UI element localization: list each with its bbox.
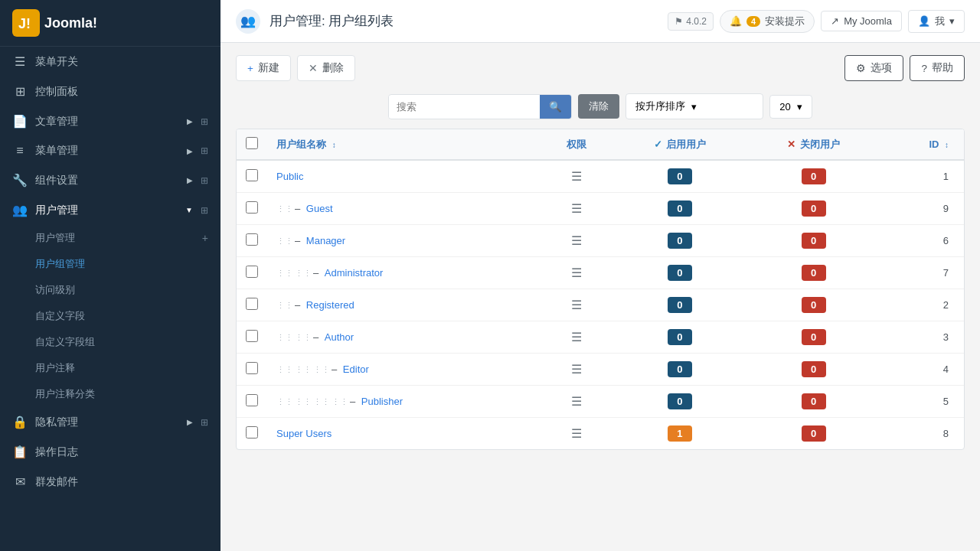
disabled-count-badge[interactable]: 0 xyxy=(802,168,826,184)
users-icon: 👥 xyxy=(12,203,28,217)
sidebar-item-menus[interactable]: ≡ 菜单管理 ▶ ⊞ xyxy=(0,136,220,165)
version-icon: ⚑ xyxy=(675,16,683,27)
permissions-icon[interactable]: ☰ xyxy=(571,363,582,376)
sidebar-item-users[interactable]: 👥 用户管理 ▼ ⊞ xyxy=(0,195,220,225)
enabled-count-badge[interactable]: 0 xyxy=(668,361,692,377)
sidebar-item-menu-toggle[interactable]: ☰ 菜单开关 xyxy=(0,47,220,77)
clear-button[interactable]: 清除 xyxy=(578,94,619,119)
disabled-count-badge[interactable]: 0 xyxy=(802,361,826,377)
sidebar-item-action-log[interactable]: 📋 操作日志 xyxy=(0,437,220,467)
disabled-count-badge[interactable]: 0 xyxy=(802,201,826,217)
sort-select[interactable]: 按升序排序 ▾ xyxy=(626,93,763,119)
options-button[interactable]: ⚙ 选项 xyxy=(844,55,903,81)
enabled-count-badge[interactable]: 0 xyxy=(668,168,692,184)
row-checkbox[interactable] xyxy=(246,233,258,246)
row-checkbox[interactable] xyxy=(246,169,258,181)
row-checkbox[interactable] xyxy=(246,330,258,342)
plus-icon: + xyxy=(247,63,253,74)
help-button[interactable]: ? 帮助 xyxy=(910,55,965,81)
sidebar-item-dashboard[interactable]: ⊞ 控制面板 xyxy=(0,77,220,106)
drag-handle-icon: ⋮⋮ xyxy=(276,204,293,214)
row-name-cell: ⋮⋮⋮⋮⋮⋮– Editor xyxy=(267,354,541,386)
row-checkbox[interactable] xyxy=(246,362,258,374)
per-page-select[interactable]: 20 ▾ xyxy=(769,95,812,119)
group-name-link[interactable]: Editor xyxy=(343,364,369,375)
disabled-count-badge[interactable]: 0 xyxy=(802,297,826,313)
sidebar-item-articles[interactable]: 📄 文章管理 ▶ ⊞ xyxy=(0,106,220,136)
permissions-icon[interactable]: ☰ xyxy=(571,266,582,279)
group-name-link[interactable]: Registered xyxy=(306,299,354,311)
disabled-count-badge[interactable]: 0 xyxy=(802,233,826,249)
disabled-count-badge[interactable]: 0 xyxy=(802,393,826,409)
th-name[interactable]: 用户组名称 ↕ xyxy=(267,129,541,160)
row-checkbox[interactable] xyxy=(246,426,258,439)
sidebar-item-custom-fields[interactable]: 自定义字段 xyxy=(0,303,220,329)
th-disabled-label: 关闭用户 xyxy=(800,139,840,150)
disabled-count-badge[interactable]: 0 xyxy=(802,425,826,442)
sidebar-item-custom-field-groups[interactable]: 自定义字段组 xyxy=(0,329,220,355)
enabled-count-badge[interactable]: 0 xyxy=(668,265,692,281)
search-button[interactable]: 🔍 xyxy=(540,95,571,119)
enabled-count-badge[interactable]: 0 xyxy=(668,233,692,249)
sidebar-item-user-group[interactable]: 用户组管理 xyxy=(0,251,220,277)
row-checkbox-cell xyxy=(237,418,267,450)
sort-arrow-icon: ↕ xyxy=(332,141,336,149)
group-name-link[interactable]: Guest xyxy=(306,203,333,214)
disabled-count-badge[interactable]: 0 xyxy=(802,329,826,345)
row-disabled-cell: 0 xyxy=(746,321,880,354)
sidebar-item-user-manage[interactable]: 用户管理 + xyxy=(0,225,220,251)
enabled-count-badge[interactable]: 0 xyxy=(668,297,692,313)
sidebar-item-access-level[interactable]: 访问级别 xyxy=(0,277,220,303)
enabled-count-badge[interactable]: 0 xyxy=(668,393,692,409)
permissions-icon[interactable]: ☰ xyxy=(571,298,582,311)
select-all-checkbox[interactable] xyxy=(246,137,258,149)
indent-dash: – xyxy=(295,235,303,246)
sidebar-item-label: 隐私管理 xyxy=(35,416,179,429)
search-icon: 🔍 xyxy=(549,101,562,112)
help-icon: ? xyxy=(921,63,927,74)
sidebar-item-privacy[interactable]: 🔒 隐私管理 ▶ ⊞ xyxy=(0,407,220,437)
th-id[interactable]: ID ↕ xyxy=(880,129,964,160)
my-joomla-button[interactable]: ↗ My Joomla xyxy=(821,11,902,31)
permissions-icon[interactable]: ☰ xyxy=(571,170,582,183)
permissions-icon[interactable]: ☰ xyxy=(571,234,582,247)
sidebar-item-user-notes[interactable]: 用户注释 xyxy=(0,355,220,381)
sidebar-item-user-note-cats[interactable]: 用户注释分类 xyxy=(0,381,220,407)
row-perms-cell: ☰ xyxy=(541,257,612,289)
permissions-icon[interactable]: ☰ xyxy=(571,427,582,440)
group-name-link[interactable]: Super Users xyxy=(276,428,332,439)
enabled-count-badge[interactable]: 0 xyxy=(668,201,692,217)
group-name-link[interactable]: Administrator xyxy=(325,267,384,279)
disabled-count-badge[interactable]: 0 xyxy=(802,265,826,281)
th-select-all[interactable] xyxy=(237,129,267,160)
version-text: 4.0.2 xyxy=(686,16,707,27)
search-input[interactable] xyxy=(389,96,540,118)
group-name-link[interactable]: Public xyxy=(276,171,303,182)
notifications-button[interactable]: 🔔 4 安装提示 xyxy=(720,10,815,33)
table-row: Public☰001 xyxy=(237,160,964,193)
user-menu-button[interactable]: 👤 我 ▾ xyxy=(908,10,965,33)
row-checkbox[interactable] xyxy=(246,201,258,214)
group-name-link[interactable]: Publisher xyxy=(361,396,403,407)
row-id-cell: 7 xyxy=(880,257,964,289)
row-checkbox[interactable] xyxy=(246,394,258,406)
permissions-icon[interactable]: ☰ xyxy=(571,331,582,344)
new-button[interactable]: + 新建 xyxy=(236,55,291,81)
row-checkbox[interactable] xyxy=(246,266,258,278)
sidebar-item-mass-mail[interactable]: ✉ 群发邮件 xyxy=(0,467,220,497)
enabled-count-badge[interactable]: 1 xyxy=(668,425,692,442)
delete-button[interactable]: ✕ 删除 xyxy=(297,55,355,81)
row-perms-cell: ☰ xyxy=(541,289,612,321)
row-enabled-cell: 0 xyxy=(612,225,746,257)
enabled-count-badge[interactable]: 0 xyxy=(668,329,692,345)
permissions-icon[interactable]: ☰ xyxy=(571,395,582,408)
sidebar-item-components[interactable]: 🔧 组件设置 ▶ ⊞ xyxy=(0,165,220,195)
privacy-icon: 🔒 xyxy=(12,415,28,429)
row-id-cell: 2 xyxy=(880,289,964,321)
group-name-link[interactable]: Manager xyxy=(306,235,345,246)
row-checkbox[interactable] xyxy=(246,298,258,310)
toolbar: + 新建 ✕ 删除 ⚙ 选项 ? 帮助 xyxy=(236,55,965,81)
group-name-link[interactable]: Author xyxy=(325,331,354,343)
content-area: + 新建 ✕ 删除 ⚙ 选项 ? 帮助 xyxy=(220,43,980,551)
permissions-icon[interactable]: ☰ xyxy=(571,202,582,215)
